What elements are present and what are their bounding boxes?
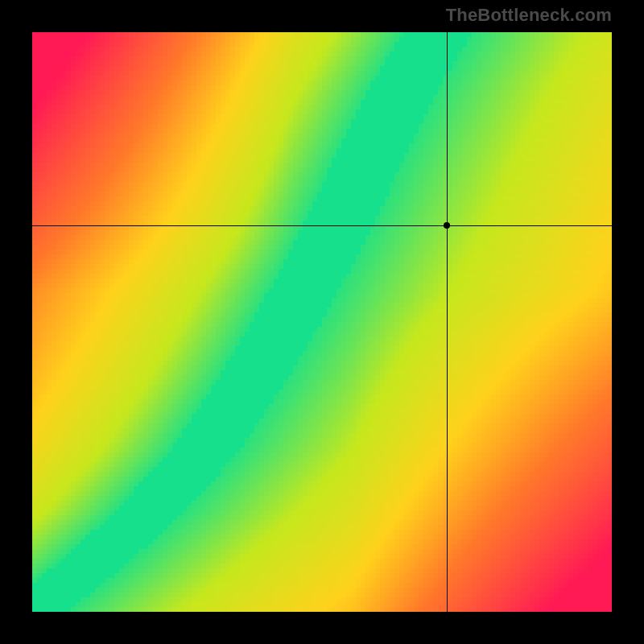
watermark-text: TheBottleneck.com	[446, 5, 612, 26]
selection-marker	[444, 222, 450, 229]
heatmap-canvas	[32, 32, 612, 612]
crosshair-horizontal	[32, 225, 612, 226]
chart-frame: TheBottleneck.com	[0, 0, 644, 644]
heatmap-plot	[32, 32, 612, 612]
crosshair-vertical	[447, 32, 448, 612]
